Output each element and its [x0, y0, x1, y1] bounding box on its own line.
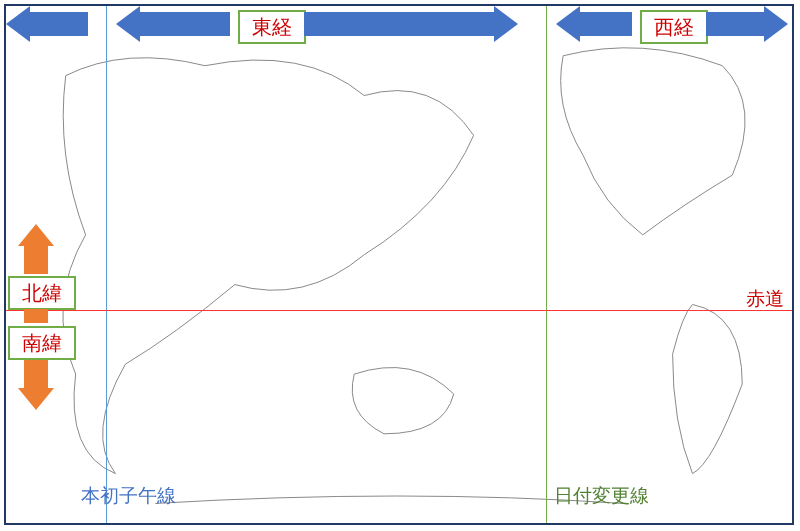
arrow-bar: [24, 309, 48, 323]
label-west-longitude: 西経: [640, 10, 708, 44]
arrow-bar: [140, 12, 230, 36]
label-prime-meridian: 本初子午線: [81, 483, 176, 509]
arrow-gap: [24, 309, 48, 323]
equator-line: [6, 310, 792, 311]
arrow-west-left: [556, 12, 632, 36]
arrow-head-up-icon: [18, 224, 54, 246]
arrow-left-edge: [6, 12, 88, 36]
map-frame: 東経 西経 北緯 南緯 赤道 本初子午線 日付変更線: [4, 4, 794, 525]
arrow-bar: [706, 12, 764, 36]
arrow-north: [24, 224, 48, 274]
arrow-bar: [304, 12, 494, 36]
arrow-bar: [24, 246, 48, 274]
arrow-east-left: [116, 12, 230, 36]
arrow-right-edge: [706, 12, 788, 36]
prime-meridian-line: [106, 6, 107, 523]
label-north-latitude: 北緯: [8, 276, 76, 310]
arrow-head-left-icon: [6, 6, 30, 42]
dateline-line: [546, 6, 547, 523]
arrow-bar: [24, 360, 48, 388]
arrow-east-right: [304, 12, 518, 36]
arrow-head-right-icon: [764, 6, 788, 42]
arrow-head-right-icon: [494, 6, 518, 42]
label-dateline: 日付変更線: [554, 483, 649, 509]
label-equator: 赤道: [746, 286, 784, 312]
label-south-latitude: 南緯: [8, 326, 76, 360]
arrow-bar: [30, 12, 88, 36]
arrow-head-left-icon: [556, 6, 580, 42]
arrow-head-left-icon: [116, 6, 140, 42]
arrow-bar: [580, 12, 632, 36]
arrow-south: [24, 360, 48, 410]
arrow-head-down-icon: [18, 388, 54, 410]
label-east-longitude: 東経: [238, 10, 306, 44]
world-map-outline: [6, 6, 792, 524]
